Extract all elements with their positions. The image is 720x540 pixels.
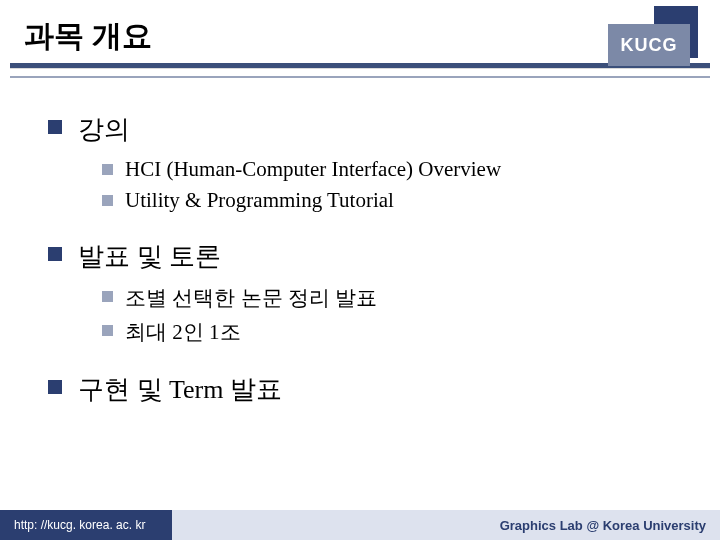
square-bullet-icon: [102, 164, 113, 175]
list-item-text: 조별 선택한 논문 정리 발표: [125, 284, 377, 312]
title-underline-thin: [10, 76, 710, 78]
list-item: Utility & Programming Tutorial: [102, 188, 692, 213]
section-heading: 강의: [48, 112, 692, 147]
section-heading: 발표 및 토론: [48, 239, 692, 274]
footer-credit: Graphics Lab @ Korea University: [172, 510, 720, 540]
square-bullet-icon: [102, 291, 113, 302]
section-label: 강의: [78, 112, 130, 147]
list-item-text: Utility & Programming Tutorial: [125, 188, 394, 213]
list-item: 최대 2인 1조: [102, 318, 692, 346]
badge-container: KUCG: [606, 6, 698, 70]
square-bullet-icon: [48, 380, 62, 394]
section-items: HCI (Human-Computer Interface) Overview …: [102, 157, 692, 213]
square-bullet-icon: [48, 120, 62, 134]
list-item: HCI (Human-Computer Interface) Overview: [102, 157, 692, 182]
square-bullet-icon: [48, 247, 62, 261]
slide-header: 과목 개요 KUCG: [0, 0, 720, 86]
section-items: 조별 선택한 논문 정리 발표 최대 2인 1조: [102, 284, 692, 346]
list-item: 조별 선택한 논문 정리 발표: [102, 284, 692, 312]
list-item-text: HCI (Human-Computer Interface) Overview: [125, 157, 501, 182]
square-bullet-icon: [102, 195, 113, 206]
list-item-text: 최대 2인 1조: [125, 318, 241, 346]
section-label: 발표 및 토론: [78, 239, 221, 274]
slide-content: 강의 HCI (Human-Computer Interface) Overvi…: [0, 86, 720, 407]
section-label: 구현 및 Term 발표: [78, 372, 282, 407]
square-bullet-icon: [102, 325, 113, 336]
slide-footer: http: //kucg. korea. ac. kr Graphics Lab…: [0, 510, 720, 540]
footer-url: http: //kucg. korea. ac. kr: [0, 510, 172, 540]
kucg-badge: KUCG: [608, 24, 690, 66]
section-heading: 구현 및 Term 발표: [48, 372, 692, 407]
title-underline-thick: [10, 63, 710, 68]
